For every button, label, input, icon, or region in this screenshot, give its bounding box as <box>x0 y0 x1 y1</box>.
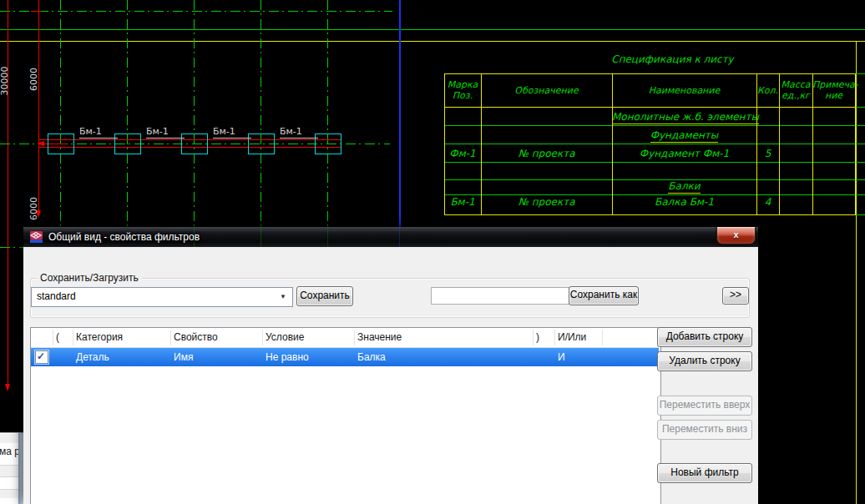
close-button[interactable]: x <box>716 227 756 244</box>
spec-table-title: Спецификация к листу <box>587 53 758 65</box>
dialog-body: Сохранить/Загрузить standard ▼ Сохранить… <box>23 247 758 504</box>
spec-cell-name: Балка Бм-1 <box>612 196 756 208</box>
spec-header-designation: Обозначение <box>481 85 612 96</box>
row-cell-value: Балка <box>357 351 386 363</box>
spec-row-group: Монолитные ж.б. элементы <box>612 111 756 123</box>
beam-label: Бм-1 <box>213 127 251 139</box>
glass-artifact <box>261 227 261 247</box>
spec-cell-mark: Фм-1 <box>444 148 481 159</box>
move-up-button[interactable]: Переместить вверх <box>657 396 752 416</box>
spec-header-text: Примеча- <box>812 79 855 90</box>
spec-cell-name: Монолитные ж.б. элементы <box>612 111 759 124</box>
new-filter-button[interactable]: Новый фильтр <box>657 463 752 483</box>
save-button[interactable]: Сохранить <box>296 286 353 306</box>
filter-properties-dialog: Общий вид - свойства фильтров x Сохранит… <box>23 227 758 504</box>
spec-header-name: Наименование <box>612 85 756 96</box>
dialog-title: Общий вид - свойства фильтров <box>48 231 200 243</box>
list-header: ( Категория Свойство Условие Значение ) … <box>31 328 659 348</box>
grid-line-green <box>0 29 865 30</box>
leader-arrow <box>37 141 44 146</box>
column-header-category[interactable]: Категория <box>76 331 123 343</box>
column-rect <box>315 134 341 154</box>
move-down-button[interactable]: Переместить вниз <box>657 420 752 440</box>
panel-row <box>0 434 18 443</box>
delete-row-button[interactable]: Удалить строку <box>657 351 752 371</box>
column-header-property[interactable]: Свойство <box>174 331 218 343</box>
spec-table-line <box>855 107 865 108</box>
spec-cell-designation: № проекта <box>481 148 612 159</box>
row-enabled-checkbox[interactable]: ✓ <box>35 350 48 364</box>
glass-artifact <box>399 227 400 247</box>
spec-header-text: Масса <box>779 79 812 90</box>
column-header-close-paren[interactable]: ) <box>536 331 539 343</box>
spec-header-text: ние <box>812 90 855 101</box>
spec-table-line <box>444 144 865 144</box>
axis-grid-line <box>261 0 261 227</box>
add-row-button[interactable]: Добавить строку <box>657 327 752 347</box>
spec-table-line <box>444 125 865 126</box>
save-as-input[interactable] <box>431 287 569 305</box>
spec-header-text: Марка <box>444 79 481 90</box>
axis-dashdot-line <box>0 247 23 248</box>
sheet-frame-top <box>0 41 865 42</box>
column-divider <box>354 330 355 345</box>
column-divider <box>602 330 603 345</box>
column-divider <box>262 330 263 345</box>
panel-row <box>0 466 18 476</box>
spec-header-note: Примеча- ние <box>812 79 855 101</box>
axis-dashdot-line <box>0 11 392 12</box>
beam-label: Бм-1 <box>146 127 185 139</box>
spec-table-border <box>444 214 855 215</box>
preset-dropdown[interactable]: standard ▼ <box>31 287 293 307</box>
axis-grid-line <box>127 0 128 227</box>
spec-table: Марка Поз. Обозначение Наименование Кол.… <box>444 73 865 215</box>
panel-divider <box>0 476 18 477</box>
column-divider <box>73 330 73 345</box>
column-header-andor[interactable]: И/Или <box>558 331 586 343</box>
dialog-titlebar[interactable]: Общий вид - свойства фильтров x <box>23 227 758 247</box>
column-header-condition[interactable]: Условие <box>266 331 304 343</box>
spec-header-qty: Кол. <box>756 85 779 96</box>
spec-header-mark: Марка Поз. <box>444 79 481 101</box>
viewport-blue-line <box>399 0 401 227</box>
background-properties-panel: ма р <box>0 432 25 504</box>
more-options-button[interactable]: >> <box>722 287 749 305</box>
spec-row-group: Фундаменты <box>612 129 756 141</box>
spec-table-line <box>444 107 855 108</box>
dimension-text: 6000 <box>29 188 39 229</box>
dimension-line-red <box>8 0 8 386</box>
spec-cell-qty: 4 <box>756 196 779 208</box>
beam-label: Бм-1 <box>79 127 118 139</box>
dimension-line-red <box>38 0 39 212</box>
axis-grid-line <box>194 0 195 227</box>
spec-row-group: Балки <box>612 180 756 192</box>
dimension-tick <box>31 11 41 12</box>
spec-table-line <box>855 214 865 215</box>
spec-table-line <box>444 162 865 163</box>
spec-header-text: Поз. <box>444 90 481 101</box>
column-header-value[interactable]: Значение <box>357 331 402 343</box>
filter-row-selected[interactable]: ✓ Деталь Имя Не равно Балка И <box>31 348 659 366</box>
row-cell-property: Имя <box>174 351 193 363</box>
chevron-down-icon: ▼ <box>280 294 286 300</box>
spec-table-line <box>444 194 865 195</box>
spec-table-border <box>855 73 856 215</box>
row-cell-condition: Не равно <box>266 351 309 363</box>
column-rect <box>114 134 141 154</box>
dimension-text: 6000 <box>29 58 39 100</box>
check-icon: ✓ <box>37 350 45 362</box>
spec-header-mass: Масса ед.,кг <box>779 79 812 101</box>
row-cell-category: Деталь <box>76 351 109 363</box>
spec-header-text: ед.,кг <box>779 90 812 101</box>
spec-cell-name: Фундамент Фм-1 <box>612 148 756 159</box>
spec-cell-mark: Бм-1 <box>444 196 481 208</box>
filter-conditions-list[interactable]: ( Категория Свойство Условие Значение ) … <box>30 327 661 504</box>
column-divider <box>170 330 171 345</box>
save-load-group-label: Сохранить/Загрузить <box>37 272 142 284</box>
save-as-button[interactable]: Сохранить как <box>569 286 639 305</box>
spec-table-border <box>444 73 855 74</box>
column-divider <box>554 330 555 345</box>
spec-table-line <box>855 73 865 74</box>
panel-partial-text: ма р <box>0 446 20 457</box>
column-header-open-paren[interactable]: ( <box>56 331 59 343</box>
